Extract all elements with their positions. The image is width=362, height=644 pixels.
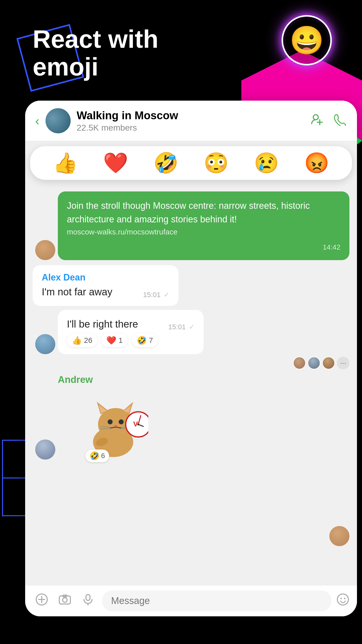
reaction-pill-heart[interactable]: ❤️1 [101, 334, 128, 347]
chat-body[interactable]: 👍 ❤️ 🤣 😳 😢 😡 Join the stroll though Mosc… [25, 141, 357, 581]
sticker-reaction-pill[interactable]: 🤣6 [85, 450, 109, 462]
alex-dean-name: Alex Dean [42, 272, 169, 283]
reaction-heart[interactable]: ❤️ [103, 151, 128, 175]
svg-point-35 [337, 594, 348, 605]
emoji-picker-button[interactable] [336, 593, 349, 609]
viewer-avatar-2 [308, 357, 320, 369]
right-there-time: 15:01 [168, 323, 186, 331]
green-message-row: Join the stroll though Moscow centre: na… [58, 191, 349, 260]
viewer-avatar-3 [322, 357, 335, 369]
alex-dean-time: 15:01 [143, 291, 161, 299]
green-message-link: moscow-walks.ru/mocsowtruface [67, 226, 340, 237]
svg-point-15 [119, 419, 124, 424]
alex-dean-text: I'm not far away [42, 285, 112, 299]
call-button[interactable] [334, 113, 347, 129]
svg-point-5 [313, 115, 318, 120]
svg-point-14 [108, 419, 113, 424]
right-there-tick: ✓ [189, 323, 195, 331]
reaction-rofl[interactable]: 🤣 [153, 151, 178, 175]
reactions-row: 👍26 ❤️1 🤣7 [67, 334, 195, 347]
add-member-button[interactable] [311, 113, 324, 129]
green-message-text: Join the stroll though Moscow centre: na… [67, 199, 340, 226]
reaction-cry[interactable]: 😢 [254, 151, 279, 175]
right-side-avatar [329, 526, 349, 546]
add-attachment-button[interactable] [33, 593, 51, 609]
chat-input-bar [25, 585, 357, 616]
hero-title: React with emoji [33, 25, 158, 80]
svg-point-31 [63, 598, 67, 602]
svg-point-36 [340, 598, 342, 599]
reaction-pill-rofl[interactable]: 🤣7 [132, 334, 158, 347]
right-there-text: I'll be right there [67, 317, 138, 331]
right-there-message-row: I'll be right there 15:01 ✓ 👍26 ❤️1 🤣7 [58, 310, 349, 354]
svg-point-16 [114, 425, 117, 427]
alex-dean-tick: ✓ [164, 291, 169, 299]
andrew-avatar [35, 439, 55, 460]
chat-header: ‹ Walking in Moscow 22.5K members [25, 101, 357, 141]
sticker-cat: V 🤣6 [83, 389, 148, 460]
sender-avatar-1 [35, 240, 55, 260]
sender-avatar-2 [35, 334, 55, 354]
alex-dean-bubble: Alex Dean I'm not far away 15:01 ✓ [33, 265, 178, 306]
svg-rect-33 [86, 594, 90, 600]
reaction-angry[interactable]: 😡 [304, 151, 329, 175]
right-there-bubble: I'll be right there 15:01 ✓ 👍26 ❤️1 🤣7 [58, 310, 204, 354]
green-message-time: 14:42 [323, 242, 340, 253]
chat-info: Walking in Moscow 22.5K members [77, 109, 305, 133]
message-input[interactable] [102, 590, 331, 611]
viewers-row: ··· [33, 357, 349, 369]
chat-window: ‹ Walking in Moscow 22.5K members [25, 101, 357, 616]
chat-avatar [46, 108, 71, 133]
microphone-button[interactable] [79, 593, 97, 609]
reaction-eyes[interactable]: 😳 [204, 151, 229, 175]
sticker-row: V 🤣6 [58, 389, 349, 460]
green-bubble: Join the stroll though Moscow centre: na… [58, 191, 349, 260]
svg-text:V: V [133, 420, 138, 428]
reaction-pill-thumbs[interactable]: 👍26 [67, 334, 97, 347]
viewers-more[interactable]: ··· [337, 357, 349, 369]
viewer-avatar-1 [293, 357, 306, 369]
neon-emoji: 😀 [290, 24, 324, 57]
header-actions [311, 113, 347, 129]
svg-point-37 [344, 598, 345, 599]
emoji-reaction-bar: 👍 ❤️ 🤣 😳 😢 😡 [30, 146, 352, 180]
chat-members: 22.5K members [77, 123, 305, 133]
back-button[interactable]: ‹ [35, 114, 39, 127]
alex-dean-message-row: Alex Dean I'm not far away 15:01 ✓ [33, 265, 349, 306]
neon-emoji-icon: 😀 [282, 15, 332, 65]
reaction-thumbs-up[interactable]: 👍 [53, 151, 78, 175]
photo-button[interactable] [56, 593, 74, 609]
chat-name: Walking in Moscow [77, 109, 305, 122]
andrew-section-name: Andrew [58, 374, 349, 385]
